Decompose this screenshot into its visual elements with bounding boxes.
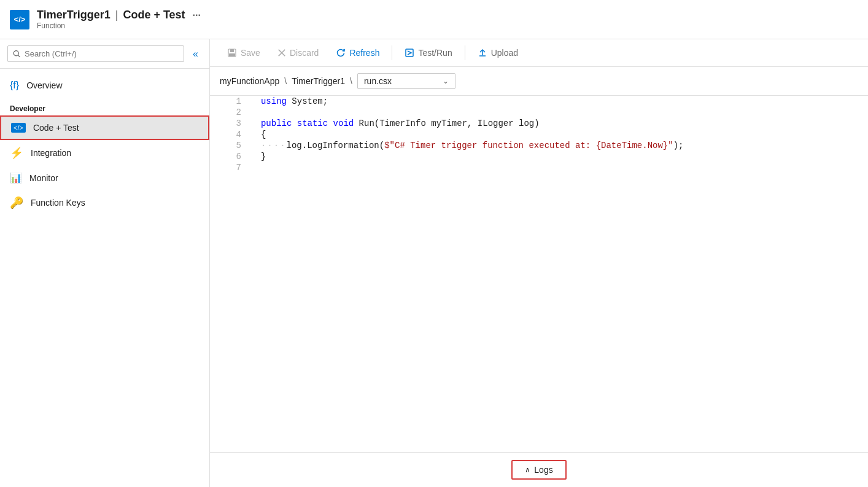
sidebar-search-row: « bbox=[0, 39, 209, 69]
sidebar-label-overview: Overview bbox=[26, 80, 62, 90]
line-code-6: } bbox=[251, 151, 868, 162]
line-number-2: 2 bbox=[210, 107, 251, 118]
toolbar-separator bbox=[392, 45, 392, 60]
sidebar-label-monitor: Monitor bbox=[29, 173, 58, 183]
collapse-sidebar-button[interactable]: « bbox=[189, 47, 202, 61]
refresh-label: Refresh bbox=[349, 48, 379, 58]
refresh-icon bbox=[336, 48, 346, 58]
search-icon bbox=[13, 50, 21, 58]
header-ellipsis: ··· bbox=[193, 10, 201, 21]
discard-icon bbox=[277, 49, 286, 57]
code-line-1: 1 using System; bbox=[210, 96, 868, 107]
upload-button[interactable]: Upload bbox=[470, 44, 525, 61]
line-number-4: 4 bbox=[210, 129, 251, 140]
title-separator: | bbox=[115, 9, 118, 21]
test-run-button[interactable]: Test/Run bbox=[397, 44, 459, 61]
save-button[interactable]: Save bbox=[220, 44, 268, 61]
sidebar-nav: {f} Overview Developer </> Code + Test ⚡… bbox=[0, 69, 209, 220]
code-line-2: 2 bbox=[210, 107, 868, 118]
app-logo-icon: </> bbox=[10, 10, 29, 29]
sidebar-section-developer: Developer bbox=[0, 97, 209, 115]
keys-icon: 🔑 bbox=[10, 196, 23, 209]
sidebar-item-integration[interactable]: ⚡ Integration bbox=[0, 140, 209, 166]
file-selector-label: run.csx bbox=[364, 76, 439, 86]
code-line-6: 6 } bbox=[210, 151, 868, 162]
refresh-button[interactable]: Refresh bbox=[328, 44, 387, 61]
save-label: Save bbox=[241, 48, 260, 58]
svg-point-0 bbox=[14, 50, 18, 55]
chevron-down-icon: ⌄ bbox=[443, 77, 449, 85]
header-title-main: TimerTrigger1 | Code + Test ··· bbox=[37, 9, 201, 21]
line-code-5: ····log.LogInformation($"C# Timer trigge… bbox=[251, 140, 868, 151]
toolbar: Save Discard Refresh bbox=[210, 39, 868, 67]
discard-label: Discard bbox=[290, 48, 319, 58]
breadcrumb: myFunctionApp \ TimerTrigger1 \ run.csx … bbox=[210, 67, 868, 96]
line-code-1: using System; bbox=[251, 96, 868, 107]
sidebar: « {f} Overview Developer </> Code + Test… bbox=[0, 39, 210, 487]
code-line-4: 4 { bbox=[210, 129, 868, 140]
page-subtitle: Code + Test bbox=[123, 9, 185, 21]
header-title-block: TimerTrigger1 | Code + Test ··· Function bbox=[37, 9, 201, 30]
code-icon: </> bbox=[11, 123, 26, 133]
overview-icon: {f} bbox=[10, 80, 19, 91]
function-name-label: TimerTrigger1 bbox=[37, 9, 110, 21]
function-type-label: Function bbox=[37, 21, 201, 30]
breadcrumb-sep-2: \ bbox=[350, 76, 352, 86]
line-code-2 bbox=[251, 107, 868, 118]
breadcrumb-function: TimerTrigger1 bbox=[292, 76, 345, 86]
main-layout: « {f} Overview Developer </> Code + Test… bbox=[0, 39, 868, 487]
breadcrumb-sep-1: \ bbox=[284, 76, 287, 86]
svg-rect-4 bbox=[229, 53, 235, 56]
svg-rect-3 bbox=[230, 49, 234, 52]
content-area: Save Discard Refresh bbox=[210, 39, 868, 487]
line-number-1: 1 bbox=[210, 96, 251, 107]
sidebar-label-function-keys: Function Keys bbox=[31, 198, 85, 208]
sidebar-label-integration: Integration bbox=[31, 148, 71, 158]
search-box[interactable] bbox=[7, 45, 184, 62]
sidebar-label-code-test: Code + Test bbox=[33, 123, 79, 133]
toolbar-separator-2 bbox=[465, 45, 465, 60]
code-line-3: 3 public static void Run(TimerInfo myTim… bbox=[210, 118, 868, 129]
page-header: </> TimerTrigger1 | Code + Test ··· Func… bbox=[0, 0, 868, 39]
sidebar-item-function-keys[interactable]: 🔑 Function Keys bbox=[0, 190, 209, 216]
svg-line-1 bbox=[18, 55, 20, 57]
line-code-7 bbox=[251, 162, 868, 173]
integration-icon: ⚡ bbox=[10, 146, 23, 160]
line-code-3: public static void Run(TimerInfo myTimer… bbox=[251, 118, 868, 129]
monitor-icon: 📊 bbox=[10, 172, 22, 184]
logs-chevron-icon: ∧ bbox=[525, 466, 530, 474]
sidebar-item-monitor[interactable]: 📊 Monitor bbox=[0, 166, 209, 190]
logs-button[interactable]: ∧ Logs bbox=[511, 460, 566, 480]
logs-label: Logs bbox=[534, 465, 552, 475]
file-selector[interactable]: run.csx ⌄ bbox=[357, 73, 455, 89]
line-code-4: { bbox=[251, 129, 868, 140]
save-icon bbox=[227, 48, 237, 58]
line-number-7: 7 bbox=[210, 162, 251, 173]
test-run-label: Test/Run bbox=[418, 48, 452, 58]
bottom-bar: ∧ Logs bbox=[210, 452, 868, 487]
code-table: 1 using System; 2 3 public static void R… bbox=[210, 96, 868, 173]
code-editor[interactable]: 1 using System; 2 3 public static void R… bbox=[210, 96, 868, 452]
search-input[interactable] bbox=[25, 49, 179, 58]
code-line-5: 5 ····log.LogInformation($"C# Timer trig… bbox=[210, 140, 868, 151]
sidebar-item-overview[interactable]: {f} Overview bbox=[0, 74, 209, 97]
breadcrumb-app: myFunctionApp bbox=[220, 76, 279, 86]
line-number-5: 5 bbox=[210, 140, 251, 151]
test-run-icon bbox=[405, 48, 414, 58]
upload-icon bbox=[478, 48, 487, 58]
code-line-7: 7 bbox=[210, 162, 868, 173]
upload-label: Upload bbox=[491, 48, 518, 58]
discard-button[interactable]: Discard bbox=[270, 44, 326, 61]
sidebar-item-code-test[interactable]: </> Code + Test bbox=[0, 115, 209, 140]
line-number-6: 6 bbox=[210, 151, 251, 162]
line-number-3: 3 bbox=[210, 118, 251, 129]
